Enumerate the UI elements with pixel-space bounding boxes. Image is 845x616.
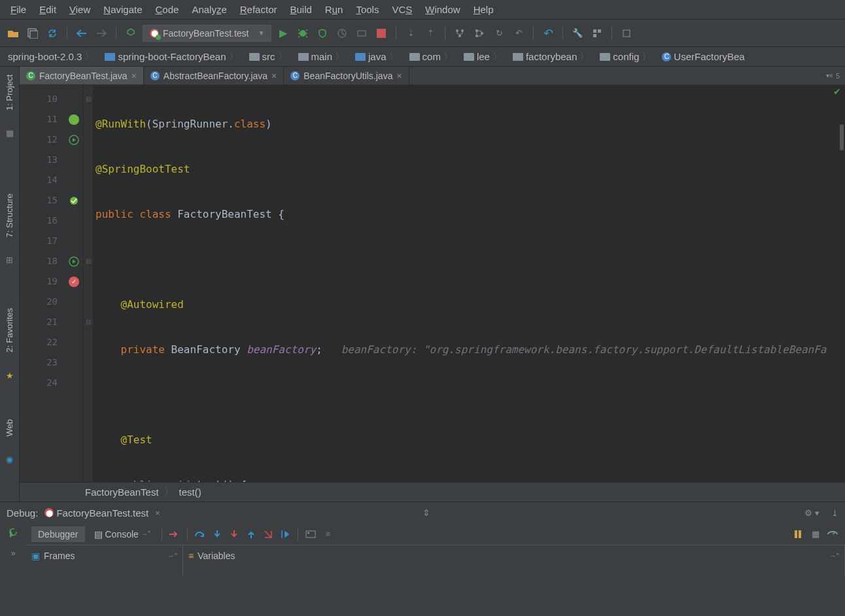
forward-icon[interactable] bbox=[94, 26, 109, 41]
breadcrumb-root[interactable]: spring-boot-2.0.3〉 bbox=[4, 50, 98, 63]
run-config-selector[interactable]: ⬤ FactoryBeanTest.test ▼ bbox=[143, 25, 271, 42]
menu-edit[interactable]: Edit bbox=[33, 2, 63, 17]
menu-vcs[interactable]: VCS bbox=[385, 2, 419, 17]
variables-pane[interactable]: ≡ Variables →" bbox=[183, 545, 845, 575]
menu-analyze[interactable]: Analyze bbox=[185, 2, 233, 17]
marker-gutter[interactable]: ✓ bbox=[64, 85, 84, 482]
crumb-class[interactable]: FactoryBeanTest bbox=[85, 487, 159, 498]
menu-tools[interactable]: Tools bbox=[349, 2, 385, 17]
tool-structure[interactable]: 7: Structure bbox=[3, 190, 16, 241]
run-to-cursor-icon[interactable] bbox=[278, 527, 292, 541]
breadcrumb-factorybean[interactable]: factorybean〉 bbox=[509, 50, 593, 63]
attach-icon[interactable] bbox=[354, 26, 370, 41]
tab-console[interactable]: ▤Console→" bbox=[88, 526, 157, 542]
pin-icon[interactable]: →" bbox=[167, 552, 177, 560]
breakpoint-icon[interactable]: ✓ bbox=[69, 277, 79, 287]
tool-web[interactable]: Web bbox=[3, 415, 16, 441]
rerun-icon[interactable] bbox=[6, 526, 20, 540]
evaluate-icon[interactable] bbox=[303, 527, 318, 541]
resize-handle-icon[interactable]: ⇕ bbox=[422, 507, 430, 518]
debug-left-toolbar: » bbox=[0, 523, 26, 575]
close-icon[interactable]: × bbox=[155, 508, 160, 518]
update-icon[interactable]: ⇣ bbox=[403, 26, 419, 41]
crumb-method[interactable]: test() bbox=[179, 487, 201, 498]
settings-icon[interactable]: ▦ bbox=[808, 527, 823, 541]
breadcrumb-module[interactable]: spring-boot-FactoryBean〉 bbox=[101, 50, 242, 63]
run-gutter-icon[interactable] bbox=[69, 135, 79, 145]
menu-help[interactable]: Help bbox=[467, 2, 500, 17]
debug-icon[interactable] bbox=[295, 26, 311, 41]
folder-icon bbox=[464, 53, 474, 61]
tab-debugger[interactable]: Debugger bbox=[31, 526, 85, 542]
frames-pane[interactable]: ▣ Frames →" bbox=[26, 545, 183, 575]
coverage-icon[interactable] bbox=[315, 26, 330, 41]
thread-dump-icon[interactable] bbox=[791, 527, 806, 541]
close-icon[interactable]: × bbox=[396, 71, 402, 81]
vcs-icon[interactable] bbox=[452, 26, 468, 41]
rollback-icon[interactable]: ↶ bbox=[511, 26, 526, 41]
separator bbox=[533, 27, 534, 40]
build-icon[interactable] bbox=[123, 26, 139, 41]
close-icon[interactable]: × bbox=[131, 71, 137, 81]
tab-abstractbeanfactory[interactable]: C AbstractBeanFactory.java × bbox=[144, 67, 284, 84]
hide-icon[interactable]: ⤓ bbox=[831, 508, 838, 518]
breadcrumb-com[interactable]: com〉 bbox=[405, 50, 457, 63]
run-icon[interactable]: ▶ bbox=[275, 26, 291, 41]
close-icon[interactable]: × bbox=[271, 71, 277, 81]
menu-run[interactable]: Run bbox=[319, 2, 350, 17]
menu-navigate[interactable]: Navigate bbox=[97, 2, 148, 17]
gear-icon[interactable]: ⚙ ▾ bbox=[804, 508, 819, 518]
menu-build[interactable]: Build bbox=[283, 2, 318, 17]
structure-icon[interactable] bbox=[589, 26, 605, 41]
memory-icon[interactable] bbox=[825, 527, 840, 541]
undo-icon[interactable]: ↶ bbox=[540, 26, 556, 41]
commit-icon[interactable]: ⇡ bbox=[422, 26, 438, 41]
menu-view[interactable]: View bbox=[63, 2, 97, 17]
code-content[interactable]: @RunWith(SpringRunner.class) @SpringBoot… bbox=[93, 85, 845, 482]
menu-code[interactable]: Code bbox=[149, 2, 186, 17]
profile-icon[interactable] bbox=[334, 26, 350, 41]
step-over-icon[interactable] bbox=[193, 527, 207, 541]
sdk-icon[interactable] bbox=[619, 26, 634, 41]
sync-icon[interactable] bbox=[44, 26, 60, 41]
drop-frame-icon[interactable] bbox=[261, 527, 275, 541]
step-out-icon[interactable] bbox=[244, 527, 258, 541]
menu-window[interactable]: Window bbox=[419, 2, 466, 17]
save-all-icon[interactable] bbox=[25, 26, 41, 41]
step-into-icon[interactable] bbox=[210, 527, 224, 541]
settings-icon[interactable]: 🔧 bbox=[570, 26, 585, 41]
breadcrumb-main[interactable]: main〉 bbox=[294, 50, 349, 63]
menu-bar: File Edit View Navigate Code Analyze Ref… bbox=[0, 0, 845, 20]
open-icon[interactable] bbox=[5, 26, 21, 41]
breadcrumb-lee[interactable]: lee〉 bbox=[460, 50, 506, 63]
breadcrumb-class[interactable]: CUserFactoryBea bbox=[658, 51, 748, 62]
more-icon[interactable]: » bbox=[6, 545, 20, 560]
tab-beanfactoryutils[interactable]: C BeanFactoryUtils.java × bbox=[284, 67, 409, 84]
breadcrumb-config[interactable]: config〉 bbox=[596, 50, 655, 63]
menu-file[interactable]: File bbox=[4, 2, 33, 17]
main-toolbar: ⬤ FactoryBeanTest.test ▼ ▶ ⇣ ⇡ ↻ ↶ ↶ 🔧 bbox=[0, 20, 845, 47]
breadcrumb-src[interactable]: src〉 bbox=[245, 50, 292, 63]
pin-icon[interactable]: →" bbox=[829, 552, 839, 560]
editor-body[interactable]: ✔ 10 11 12 13 14 15 16 17 18 19 20 21 22… bbox=[20, 85, 845, 482]
breadcrumb-java[interactable]: java〉 bbox=[351, 50, 403, 63]
trace-icon[interactable]: ≡ bbox=[320, 527, 335, 541]
stop-icon[interactable] bbox=[373, 26, 389, 41]
folder-icon bbox=[355, 53, 366, 61]
tab-factorybeantest[interactable]: C FactoryBeanTest.java × bbox=[20, 67, 144, 84]
history-icon[interactable]: ↻ bbox=[491, 26, 507, 41]
branch-icon[interactable] bbox=[472, 26, 487, 41]
tool-favorites[interactable]: 2: Favorites bbox=[3, 304, 16, 356]
editor-status: ▾≡5 bbox=[826, 72, 845, 80]
fold-gutter[interactable]: ⊟⊟⊟ bbox=[84, 85, 93, 482]
bean-gutter-icon[interactable] bbox=[69, 196, 79, 206]
project-icon: ▦ bbox=[4, 128, 16, 139]
tool-project[interactable]: 1: Project bbox=[3, 71, 16, 114]
show-exec-point-icon[interactable] bbox=[167, 527, 182, 541]
back-icon[interactable] bbox=[74, 26, 90, 41]
force-step-into-icon[interactable] bbox=[227, 527, 241, 541]
class-icon: C bbox=[662, 52, 671, 61]
run-gutter-icon[interactable] bbox=[69, 256, 79, 267]
menu-refactor[interactable]: Refactor bbox=[233, 2, 284, 17]
separator bbox=[445, 27, 445, 40]
